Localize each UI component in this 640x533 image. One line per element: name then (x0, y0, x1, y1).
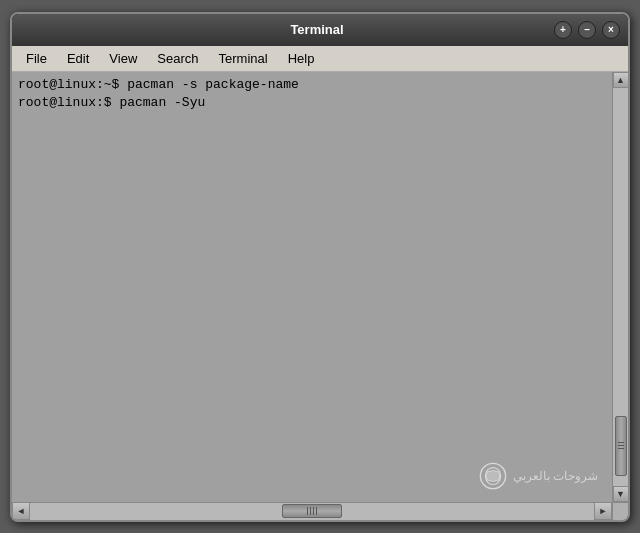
menu-bar: File Edit View Search Terminal Help (12, 46, 628, 72)
terminal-window: Terminal + – × File Edit View Search Ter… (10, 12, 630, 522)
add-tab-button[interactable]: + (554, 21, 572, 39)
watermark-icon (479, 462, 507, 490)
menu-help[interactable]: Help (278, 49, 325, 68)
grip-line-2 (618, 445, 624, 446)
scroll-down-arrow[interactable]: ▼ (613, 486, 629, 502)
minimize-button[interactable]: – (578, 21, 596, 39)
menu-view[interactable]: View (99, 49, 147, 68)
vscroll-grip (618, 442, 624, 449)
window-controls: + – × (554, 21, 620, 39)
terminal-line-2: root@linux:$ pacman -Syu (18, 94, 606, 112)
h-grip-4 (316, 507, 317, 515)
vscroll-track[interactable] (613, 88, 628, 486)
h-grip-2 (310, 507, 311, 515)
scroll-left-arrow[interactable]: ◄ (12, 502, 30, 520)
title-bar: Terminal + – × (12, 14, 628, 46)
bottom-area: ◄ ► (12, 502, 628, 520)
close-button[interactable]: × (602, 21, 620, 39)
menu-edit[interactable]: Edit (57, 49, 99, 68)
menu-terminal[interactable]: Terminal (209, 49, 278, 68)
grip-line-1 (618, 442, 624, 443)
hscroll-thumb[interactable] (282, 504, 342, 518)
window-title: Terminal (80, 22, 554, 37)
scroll-right-arrow[interactable]: ► (594, 502, 612, 520)
vertical-scrollbar[interactable]: ▲ ▼ (612, 72, 628, 502)
menu-file[interactable]: File (16, 49, 57, 68)
h-grip-1 (307, 507, 308, 515)
hscroll-track[interactable] (30, 503, 594, 520)
scrollbar-corner (612, 503, 628, 521)
vscroll-thumb[interactable] (615, 416, 627, 476)
terminal-wrapper: root@linux:~$ pacman -s package-name roo… (12, 72, 628, 502)
terminal-line-1: root@linux:~$ pacman -s package-name (18, 76, 606, 94)
scroll-up-arrow[interactable]: ▲ (613, 72, 629, 88)
menu-search[interactable]: Search (147, 49, 208, 68)
watermark-text: شروحات بالعربي (513, 469, 598, 483)
grip-line-3 (618, 448, 624, 449)
terminal-content[interactable]: root@linux:~$ pacman -s package-name roo… (12, 72, 612, 502)
h-grip-3 (313, 507, 314, 515)
watermark: شروحات بالعربي (479, 462, 598, 490)
horizontal-scrollbar[interactable]: ◄ ► (12, 503, 612, 520)
